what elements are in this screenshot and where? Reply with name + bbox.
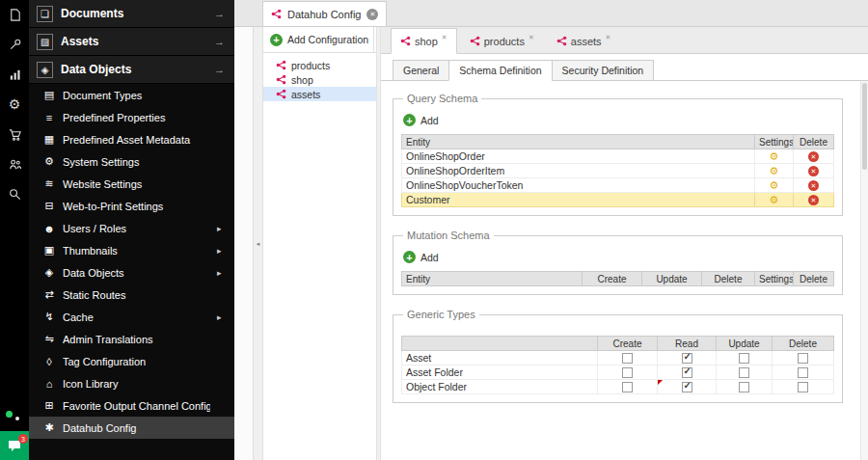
- panel-collapse-handle[interactable]: [253, 27, 262, 460]
- delete-icon[interactable]: [808, 166, 819, 176]
- sidebar-item-static-routes[interactable]: ⇄ Static Routes: [29, 284, 234, 306]
- vertical-scrollbar[interactable]: [860, 81, 868, 460]
- delete-icon[interactable]: [808, 195, 819, 205]
- file-icon[interactable]: [7, 7, 22, 22]
- update-checkbox[interactable]: [739, 353, 749, 364]
- chat-button[interactable]: 3: [0, 431, 29, 460]
- users-icon[interactable]: [7, 156, 22, 172]
- tab-shop[interactable]: shop: [391, 28, 457, 54]
- mutation-schema-add-button[interactable]: Add: [403, 251, 439, 263]
- table-row: OnlineShopOrder: [402, 149, 834, 164]
- cart-icon[interactable]: [7, 126, 22, 142]
- menu-section-assets[interactable]: ▨ Assets: [29, 28, 234, 56]
- close-icon[interactable]: [529, 34, 534, 41]
- tab-datahub-config[interactable]: Datahub Config: [262, 1, 387, 26]
- update-checkbox[interactable]: [739, 382, 749, 392]
- delete-checkbox[interactable]: [798, 382, 808, 392]
- close-icon[interactable]: [442, 34, 448, 41]
- create-checkbox[interactable]: [622, 367, 633, 378]
- settings-gear-icon[interactable]: [770, 179, 779, 191]
- menu-section-documents[interactable]: ❏ Documents: [29, 0, 234, 28]
- column-header: Read: [658, 337, 717, 351]
- tree-item-assets[interactable]: assets: [263, 87, 376, 101]
- fieldset-legend: Generic Types: [403, 309, 479, 320]
- read-checkbox[interactable]: [682, 382, 692, 392]
- column-header: Entity: [402, 135, 755, 149]
- tab-general[interactable]: General: [393, 60, 449, 81]
- query-schema-table: Entity Settings Delete OnlineShopOrder: [401, 134, 834, 207]
- type-name-cell: Asset: [402, 351, 598, 365]
- scrollbar-thumb[interactable]: [862, 83, 867, 170]
- close-icon[interactable]: [366, 9, 378, 20]
- sidebar-item-website-settings[interactable]: ≋ Website Settings: [29, 173, 234, 195]
- column-header: Update: [717, 337, 773, 351]
- sidebar-item-users-roles[interactable]: ☻ Users / Roles: [29, 217, 234, 239]
- table-row: Object Folder: [402, 380, 834, 394]
- sidebar-item-system-settings[interactable]: ⚙ System Settings: [29, 150, 234, 173]
- create-checkbox[interactable]: [622, 353, 633, 364]
- status-dot-green: [6, 411, 13, 418]
- tools-icon[interactable]: [7, 37, 22, 52]
- settings-gear-icon[interactable]: [770, 165, 779, 176]
- tab-assets[interactable]: assets: [547, 28, 621, 54]
- create-checkbox[interactable]: [622, 382, 633, 392]
- tab-products[interactable]: products: [460, 28, 544, 54]
- tab-security-definition[interactable]: Security Definition: [552, 60, 655, 81]
- sidebar-item-datahub-config[interactable]: ✱ Datahub Config: [29, 417, 234, 439]
- delete-icon[interactable]: [808, 151, 819, 162]
- update-checkbox[interactable]: [739, 367, 749, 378]
- tab-label: products: [484, 36, 525, 47]
- add-icon: [403, 251, 416, 263]
- tree-item-label: products: [291, 60, 330, 71]
- table-row: Customer: [402, 193, 834, 207]
- work-row: Add Configuration products shop assets: [234, 27, 868, 460]
- delete-checkbox[interactable]: [798, 367, 808, 378]
- documents-icon: ❏: [37, 6, 53, 22]
- sidebar-item-web-to-print-settings[interactable]: ⊟ Web-to-Print Settings: [29, 195, 234, 217]
- delete-icon[interactable]: [808, 180, 819, 191]
- sidebar-item-data-objects[interactable]: ◈ Data Objects: [29, 261, 234, 284]
- settings-gear-icon[interactable]: [770, 150, 779, 162]
- arrow-right-icon: [214, 64, 225, 75]
- configuration-toolbar: Add Configuration: [263, 27, 376, 53]
- column-header: Create: [583, 272, 642, 286]
- entity-cell: Customer: [402, 193, 755, 207]
- sidebar-item-thumbnails[interactable]: ▣ Thumbnails: [29, 239, 234, 261]
- search-icon[interactable]: [7, 186, 22, 202]
- table-row: Asset: [402, 351, 834, 365]
- sidebar-item-document-types[interactable]: ▤ Document Types: [29, 84, 234, 106]
- read-checkbox[interactable]: [682, 353, 692, 364]
- assets-icon: ▨: [37, 34, 53, 50]
- workspace: Datahub Config Add Configuration produc: [234, 0, 868, 460]
- tree-item-products[interactable]: products: [263, 58, 376, 72]
- lightning-icon: ↯: [42, 311, 56, 323]
- sidebar-item-admin-translations[interactable]: ⇋ Admin Translations: [29, 328, 234, 350]
- chart-icon[interactable]: [7, 67, 22, 82]
- sidebar-item-icon-library[interactable]: ⌂ Icon Library: [29, 372, 234, 394]
- sliders-icon: ≋: [42, 177, 56, 190]
- table-row: OnlineShopVoucherToken: [402, 178, 834, 193]
- sidebar-item-predefined-asset-metadata[interactable]: ▦ Predefined Asset Metadata: [29, 128, 234, 150]
- datahub-icon: ✱: [42, 421, 56, 434]
- delete-checkbox[interactable]: [798, 353, 808, 364]
- add-configuration-button[interactable]: Add Configuration: [287, 34, 368, 45]
- arrow-right-icon: [214, 8, 225, 19]
- tab-schema-definition[interactable]: Schema Definition: [448, 60, 552, 81]
- tree-item-shop[interactable]: shop: [263, 72, 376, 87]
- sidebar-item-tag-configuration[interactable]: ◊ Tag Configuration: [29, 350, 234, 372]
- configuration-panel: Add Configuration products shop assets: [262, 27, 376, 460]
- column-header: Delete: [702, 272, 755, 286]
- sidebar-item-favorite-output-channel-configurations[interactable]: ⊞ Favorite Output Channel Configurations: [29, 394, 234, 417]
- add-icon: [270, 34, 283, 46]
- query-schema-add-button[interactable]: Add: [403, 114, 439, 126]
- sidebar-item-predefined-properties[interactable]: ≡ Predefined Properties: [29, 106, 234, 128]
- properties-icon: ≡: [42, 112, 56, 123]
- sidebar-item-cache[interactable]: ↯ Cache: [29, 306, 234, 328]
- table-header-row: Create Read Update Delete: [402, 337, 834, 351]
- close-icon[interactable]: [606, 34, 611, 41]
- fieldset-legend: Query Schema: [403, 93, 481, 104]
- gear-icon[interactable]: ⚙: [7, 96, 22, 112]
- settings-gear-icon[interactable]: [770, 194, 779, 205]
- read-checkbox[interactable]: [682, 367, 692, 378]
- menu-section-data-objects[interactable]: ◈ Data Objects: [29, 56, 234, 84]
